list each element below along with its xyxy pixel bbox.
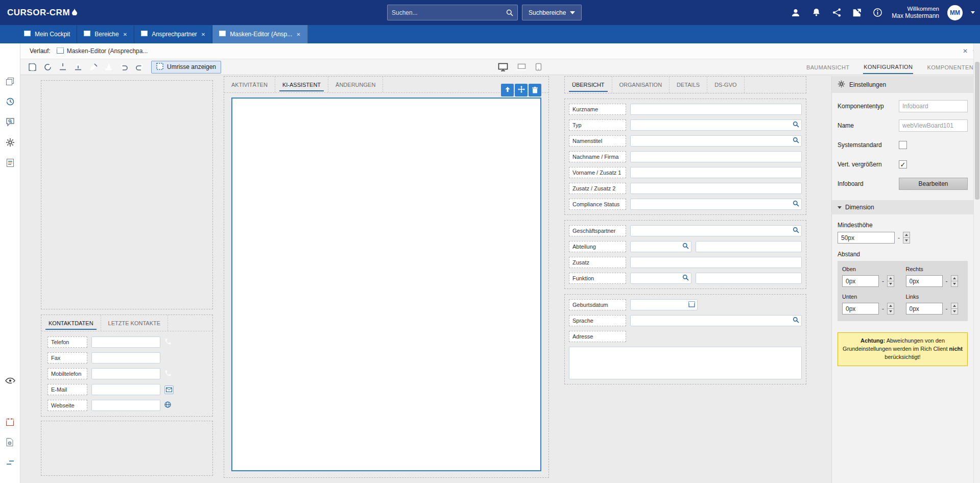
calendar-icon[interactable]: [4, 415, 17, 428]
tab-aktivitaeten[interactable]: AKTIVITÄTEN: [224, 77, 275, 92]
telefon-input[interactable]: [91, 336, 160, 348]
search-icon[interactable]: [682, 243, 689, 251]
adresse-textarea[interactable]: [569, 347, 802, 379]
field-label[interactable]: Funktion: [569, 273, 626, 284]
field-label[interactable]: Zusatz / Zusatz 2: [569, 183, 626, 194]
sprache-input[interactable]: [630, 315, 802, 326]
field-label[interactable]: Typ: [569, 119, 626, 131]
contact-section[interactable]: KONTAKTDATEN LETZTE KONTAKTE Telefon Fax…: [41, 315, 213, 417]
vert-vergroessern-checkbox[interactable]: [899, 160, 907, 168]
abteilung-key-input[interactable]: [630, 241, 691, 252]
move-up-button[interactable]: [501, 84, 514, 96]
tab-uebersicht[interactable]: ÜBERSICHT: [565, 77, 612, 93]
min-height-input[interactable]: [838, 232, 895, 244]
undo-icon[interactable]: [117, 60, 131, 74]
step-down-icon[interactable]: [888, 281, 894, 286]
rechts-input[interactable]: [906, 275, 943, 287]
compliance-input[interactable]: [630, 199, 802, 210]
save-icon[interactable]: [26, 60, 39, 74]
user-menu-chevron-icon[interactable]: [971, 11, 975, 14]
scrollbar-thumb[interactable]: [975, 62, 979, 200]
info-icon[interactable]: [871, 7, 883, 19]
user-icon[interactable]: [790, 7, 802, 19]
email-icon[interactable]: [164, 385, 174, 394]
unit-dropdown[interactable]: -: [881, 305, 885, 312]
systemstandard-checkbox[interactable]: [899, 141, 907, 149]
refresh-icon[interactable]: [41, 60, 54, 74]
bookmark-icon[interactable]: [4, 54, 17, 67]
search-icon[interactable]: [793, 200, 799, 208]
placeholder-component-bottom[interactable]: [41, 421, 213, 476]
rechts-stepper[interactable]: [951, 275, 958, 287]
step-up-icon[interactable]: [951, 276, 958, 281]
tab-kontaktdaten[interactable]: KONTAKTDATEN: [41, 315, 101, 331]
tab-mein-cockpit[interactable]: Mein Cockpit: [17, 25, 77, 43]
bell-icon[interactable]: [810, 7, 822, 19]
tab-ki-assistent[interactable]: KI-ASSISTENT: [275, 77, 328, 92]
oben-stepper[interactable]: [887, 275, 894, 287]
pencil-icon[interactable]: [4, 395, 17, 408]
step-down-icon[interactable]: [951, 281, 958, 286]
field-label[interactable]: Abteilung: [569, 241, 626, 252]
min-height-stepper[interactable]: [903, 232, 910, 244]
outline-toggle-button[interactable]: Umrisse anzeigen: [151, 61, 221, 74]
field-label[interactable]: Zusatz: [569, 257, 626, 268]
bearbeiten-button[interactable]: Bearbeiten: [899, 178, 968, 190]
oben-input[interactable]: [842, 275, 879, 287]
namenstitel-input[interactable]: [630, 135, 802, 147]
tab-konfiguration[interactable]: KONFIGURATION: [863, 60, 913, 74]
kurzname-input[interactable]: [630, 104, 802, 115]
vorname-input[interactable]: [630, 167, 802, 178]
search-icon[interactable]: [793, 227, 799, 235]
trash-icon[interactable]: [529, 84, 541, 96]
zusatz-input[interactable]: [630, 257, 802, 268]
field-label[interactable]: Namenstitel: [569, 135, 626, 147]
field-label[interactable]: Adresse: [569, 331, 626, 342]
desktop-icon[interactable]: [498, 63, 508, 71]
email-input[interactable]: [91, 384, 160, 395]
export-icon[interactable]: [71, 60, 85, 74]
close-icon[interactable]: [123, 31, 127, 38]
zusatz2-input[interactable]: [630, 183, 802, 194]
unit-dropdown[interactable]: -: [881, 278, 885, 285]
close-icon[interactable]: [963, 47, 968, 55]
search-scope-dropdown[interactable]: Suchbereiche: [522, 5, 582, 20]
chat-search-icon[interactable]: [4, 115, 17, 129]
step-up-icon[interactable]: [951, 303, 958, 309]
globe-icon[interactable]: [164, 401, 171, 409]
abteilung-text-input[interactable]: [696, 241, 802, 252]
step-up-icon[interactable]: [888, 276, 894, 281]
tab-details[interactable]: DETAILS: [670, 77, 707, 93]
phone-icon[interactable]: [164, 338, 172, 347]
links-stepper[interactable]: [951, 303, 958, 315]
search-input[interactable]: [388, 9, 502, 16]
search-icon[interactable]: [502, 9, 517, 16]
funktion-text-input[interactable]: [696, 273, 802, 284]
stamp-icon[interactable]: [102, 60, 115, 74]
step-down-icon[interactable]: [888, 309, 894, 314]
step-up-icon[interactable]: [888, 303, 894, 309]
tab-baumansicht[interactable]: BAUMANSICHT: [806, 60, 850, 74]
dimension-section-header[interactable]: Dimension: [832, 200, 973, 214]
fax-input[interactable]: [91, 352, 160, 364]
swap-icon[interactable]: [4, 456, 17, 469]
eye-star-icon[interactable]: [4, 374, 17, 388]
search-icon[interactable]: [793, 121, 799, 129]
center-tab-container[interactable]: AKTIVITÄTEN KI-ASSISTENT ÄNDERUNGEN path…: [224, 76, 549, 478]
import-icon[interactable]: [56, 60, 69, 74]
step-up-icon[interactable]: [903, 232, 910, 238]
field-label[interactable]: Vorname / Zusatz 1: [569, 167, 626, 178]
move-button[interactable]: path,rect{fill:#fff}: [515, 84, 528, 96]
broom-icon[interactable]: [87, 60, 100, 74]
report-icon[interactable]: [4, 156, 17, 170]
field-label[interactable]: Sprache: [569, 315, 626, 326]
tab-ds-gvo[interactable]: DS-GVO: [707, 77, 744, 93]
tab-bereiche[interactable]: Bereiche: [77, 25, 134, 43]
geburtsdatum-input[interactable]: [630, 299, 698, 310]
wrench-icon[interactable]: [4, 177, 17, 190]
tab-komponenten[interactable]: KOMPONENTEN: [926, 60, 974, 74]
geschaeftspartner-input[interactable]: [630, 225, 802, 236]
step-down-icon[interactable]: [903, 238, 910, 243]
search-icon[interactable]: [682, 274, 689, 282]
close-icon[interactable]: [201, 31, 205, 38]
